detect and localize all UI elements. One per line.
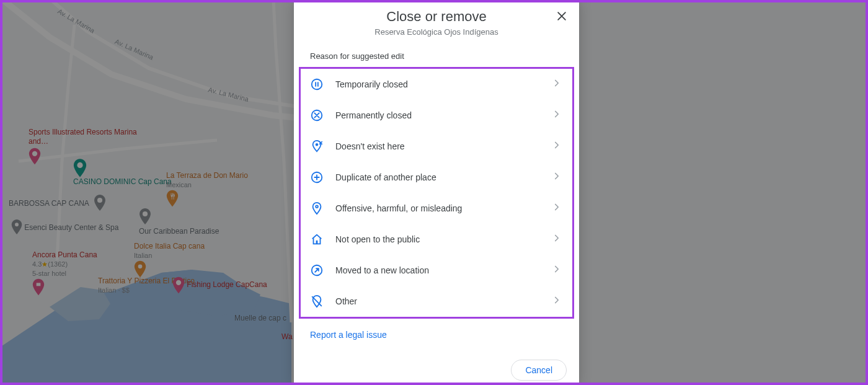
svg-point-11 (312, 79, 322, 90)
chevron-right-icon (551, 232, 564, 246)
generic-pin-icon (139, 208, 219, 227)
reason-label: Permanently closed (335, 110, 540, 120)
lodging-pin-icon (172, 277, 185, 294)
reason-label: Offensive, harmful, or misleading (335, 203, 540, 213)
road-label: Av. La Marina (208, 86, 250, 103)
poi-esenci[interactable]: Esenci Beauty Center & Spa (11, 219, 118, 237)
svg-marker-2 (50, 287, 110, 321)
poi-ancora[interactable]: Ancora Punta Cana 4.3★(1362) 5-star hote… (32, 250, 97, 296)
svg-marker-0 (0, 270, 291, 385)
chevron-right-icon (551, 77, 564, 91)
pause-icon (309, 77, 324, 92)
close-button[interactable] (553, 7, 570, 25)
svg-point-8 (138, 265, 143, 269)
poi-sports[interactable]: Sports Illustrated Resorts Marina and… (29, 128, 140, 165)
reason-label: Moved to a new location (335, 265, 540, 275)
generic-pin-icon (94, 195, 106, 213)
svg-point-3 (77, 162, 82, 168)
reason-label: Duplicate of another place (335, 172, 540, 182)
restaurant-pin-icon (166, 190, 248, 207)
reason-closed[interactable]: Permanently closed (301, 100, 572, 131)
reason-label: Not open to the public (335, 234, 540, 244)
poi-dolce[interactable]: Dolce Italia Cap cana Italian (134, 242, 205, 278)
poi-wa[interactable]: Wa (281, 332, 293, 342)
chevron-right-icon (551, 201, 564, 215)
svg-point-6 (15, 223, 19, 226)
road-label: Av. La Marina (114, 38, 155, 61)
generic-pin-icon (11, 219, 22, 237)
dialog-subtitle: Reserva Ecológica Ojos Indígenas (325, 27, 548, 37)
not-here-icon (309, 139, 324, 154)
chevron-right-icon (551, 139, 564, 153)
svg-rect-18 (316, 241, 318, 244)
dialog-header: Close or remove Reserva Ecológica Ojos I… (294, 0, 579, 42)
poi-barbossa[interactable]: BARBOSSA CAP CANA (9, 195, 106, 213)
chevron-right-icon (551, 263, 564, 277)
poi-trattoria[interactable]: Trattoria Y Pizzeria El Pórtico Italian … (98, 277, 195, 295)
svg-point-7 (143, 211, 148, 216)
offensive-icon (309, 201, 324, 216)
reason-list: Temporarily closedPermanently closedDoes… (299, 67, 574, 319)
reason-not-here[interactable]: Doesn't exist here (301, 131, 572, 162)
poi-terraza[interactable]: La Terraza de Don Mario Mexican (166, 171, 248, 207)
close-icon (556, 10, 568, 22)
svg-point-4 (32, 151, 37, 156)
road-label: Av. La Marina (56, 7, 96, 35)
svg-point-15 (316, 143, 318, 146)
reason-private[interactable]: Not open to the public (301, 224, 572, 255)
reason-pause[interactable]: Temporarily closed (301, 69, 572, 100)
dialog-title: Close or remove (325, 9, 548, 25)
restaurant-pin-icon (134, 260, 205, 278)
other-icon (309, 294, 324, 309)
reason-other[interactable]: Other (301, 286, 572, 317)
report-legal-link[interactable]: Report a legal issue (294, 319, 579, 351)
reason-label: Other (335, 296, 540, 306)
dialog-footer: Cancel (294, 351, 579, 385)
svg-rect-13 (317, 82, 319, 86)
chevron-right-icon (551, 170, 564, 184)
reason-label: Temporarily closed (335, 79, 540, 89)
close-remove-dialog: Close or remove Reserva Ecológica Ojos I… (294, 0, 579, 385)
section-label: Reason for suggested edit (294, 42, 579, 66)
poi-caribbean[interactable]: Our Caribbean Paradise (139, 208, 219, 236)
chevron-right-icon (551, 108, 564, 122)
svg-marker-1 (161, 270, 260, 316)
svg-point-5 (97, 198, 102, 203)
private-icon (309, 232, 324, 247)
duplicate-icon (309, 170, 324, 185)
moved-icon (309, 263, 324, 278)
reason-moved[interactable]: Moved to a new location (301, 255, 572, 286)
chevron-right-icon (551, 294, 564, 308)
svg-point-17 (316, 205, 318, 208)
cancel-button[interactable]: Cancel (511, 360, 567, 381)
poi-casino[interactable]: CASINO DOMINIC Cap Cana (73, 159, 172, 187)
svg-point-10 (176, 280, 181, 285)
closed-icon (309, 108, 324, 123)
reason-offensive[interactable]: Offensive, harmful, or misleading (301, 193, 572, 224)
reason-duplicate[interactable]: Duplicate of another place (301, 162, 572, 193)
svg-rect-9 (37, 283, 41, 286)
poi-muelle[interactable]: Muelle de cap c (234, 314, 286, 323)
reason-label: Doesn't exist here (335, 141, 540, 151)
hotel-pin-icon (32, 278, 97, 296)
poi-fishing[interactable]: Fishing Lodge CapCana (172, 277, 267, 294)
casino-pin-icon (73, 159, 172, 177)
lodging-pin-icon (29, 148, 140, 165)
svg-rect-12 (315, 82, 316, 86)
